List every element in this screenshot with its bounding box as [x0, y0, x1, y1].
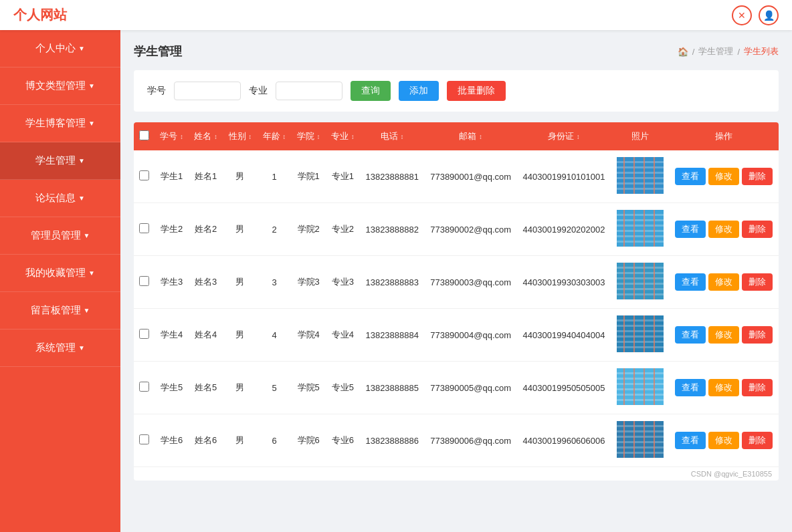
header-dianhua[interactable]: 电话 ↕ — [360, 122, 425, 150]
cell-xingming: 姓名4 — [189, 309, 223, 362]
cell-xingming: 姓名2 — [189, 203, 223, 256]
cell-xueyuan: 学院4 — [292, 309, 326, 362]
cell-shenfenzheng: 44030019960606006 — [517, 414, 611, 467]
sidebar-label: 个人中心 — [35, 42, 76, 55]
edit-button[interactable]: 修改 — [708, 326, 739, 344]
delete-button[interactable]: 删除 — [742, 168, 773, 185]
sidebar-item-personal-center[interactable]: 个人中心 ▼ — [0, 30, 120, 68]
breadcrumb-sep2: / — [737, 47, 740, 57]
view-button[interactable]: 查看 — [675, 326, 706, 344]
chevron-down-icon: ▼ — [88, 269, 95, 277]
cell-xingbie: 男 — [223, 150, 257, 203]
sidebar-label: 系统管理 — [35, 342, 76, 354]
row-checkbox[interactable] — [139, 329, 149, 339]
select-all-checkbox[interactable] — [139, 130, 149, 140]
edit-button[interactable]: 修改 — [708, 432, 739, 449]
row-checkbox[interactable] — [139, 223, 149, 233]
svg-rect-35 — [617, 263, 664, 299]
edit-button[interactable]: 修改 — [708, 379, 739, 396]
header-youxiang[interactable]: 邮箱 ↕ — [424, 122, 516, 150]
student-photo — [617, 210, 664, 247]
header-xingbie[interactable]: 性别 ↕ — [223, 122, 257, 150]
sidebar-item-blog-type[interactable]: 博文类型管理 ▼ — [0, 68, 120, 105]
view-button[interactable]: 查看 — [675, 221, 706, 238]
sidebar-item-student-blog[interactable]: 学生博客管理 ▼ — [0, 105, 120, 142]
view-button[interactable]: 查看 — [675, 432, 706, 449]
chevron-down-icon: ▼ — [88, 82, 95, 90]
sidebar-item-favorites[interactable]: 我的收藏管理 ▼ — [0, 255, 120, 292]
cell-xuehao: 学生3 — [155, 256, 189, 309]
chevron-down-icon: ▼ — [78, 194, 85, 202]
cell-dianhua: 13823888884 — [360, 309, 425, 362]
table-row: 学生4 姓名4 男 4 学院4 专业4 13823888884 77389000… — [134, 309, 779, 362]
header-nianling[interactable]: 年龄 ↕ — [257, 122, 291, 150]
row-checkbox[interactable] — [139, 382, 149, 392]
student-photo — [617, 263, 664, 299]
zhuanye-input[interactable] — [276, 82, 342, 100]
cell-actions: 查看 修改 删除 — [669, 150, 779, 203]
view-button[interactable]: 查看 — [675, 273, 706, 291]
xuehao-input[interactable] — [174, 82, 241, 100]
edit-button[interactable]: 修改 — [708, 273, 739, 291]
header-xuehao[interactable]: 学号 ↕ — [155, 122, 189, 150]
view-button[interactable]: 查看 — [675, 379, 706, 396]
add-button[interactable]: 添加 — [399, 81, 439, 101]
sidebar-item-system[interactable]: 系统管理 ▼ — [0, 329, 120, 367]
breadcrumb-part1: 学生管理 — [698, 45, 733, 57]
view-button[interactable]: 查看 — [675, 168, 706, 185]
zhuanye-label: 专业 — [249, 85, 268, 97]
delete-button[interactable]: 删除 — [742, 326, 773, 344]
user-button[interactable]: 👤 — [759, 5, 779, 25]
search-bar: 学号 专业 查询 添加 批量删除 — [134, 70, 779, 112]
cell-shenfenzheng: 44030019910101001 — [517, 150, 611, 203]
batch-delete-button[interactable]: 批量删除 — [447, 81, 506, 101]
row-checkbox[interactable] — [139, 170, 149, 180]
cell-nianling: 3 — [257, 256, 291, 309]
header-xueyuan[interactable]: 学院 ↕ — [292, 122, 326, 150]
search-button[interactable]: 查询 — [351, 81, 391, 101]
close-button[interactable]: ✕ — [732, 5, 752, 25]
sidebar-label: 学生管理 — [35, 154, 76, 167]
sort-icon: ↕ — [248, 133, 252, 140]
cell-dianhua: 13823888881 — [360, 150, 425, 203]
header-xingming[interactable]: 姓名 ↕ — [189, 122, 223, 150]
student-photo — [617, 157, 664, 194]
cell-xingming: 姓名3 — [189, 256, 223, 309]
user-icon: 👤 — [763, 10, 775, 21]
cell-youxiang: 773890002@qq.com — [424, 203, 516, 256]
cell-xingbie: 男 — [223, 362, 257, 414]
header-zhuanye[interactable]: 专业 ↕ — [326, 122, 360, 150]
sidebar-item-forum[interactable]: 论坛信息 ▼ — [0, 180, 120, 217]
cell-photo — [611, 362, 669, 414]
sidebar-label: 我的收藏管理 — [25, 267, 86, 279]
sort-icon: ↕ — [479, 133, 482, 140]
header-zhaopian: 照片 — [611, 122, 669, 150]
row-checkbox[interactable] — [139, 276, 149, 286]
sidebar-item-student-mgmt[interactable]: 学生管理 ▼ — [0, 142, 120, 180]
delete-button[interactable]: 删除 — [742, 379, 773, 396]
row-checkbox-cell — [134, 309, 155, 362]
action-buttons: 查看 修改 删除 — [674, 379, 773, 396]
sidebar-label: 博文类型管理 — [25, 80, 86, 92]
cell-zhuanye: 专业5 — [326, 362, 360, 414]
delete-button[interactable]: 删除 — [742, 221, 773, 238]
sidebar: 个人中心 ▼ 博文类型管理 ▼ 学生博客管理 ▼ 学生管理 ▼ 论坛信息 ▼ 管… — [0, 30, 120, 532]
sidebar-item-guestbook[interactable]: 留言板管理 ▼ — [0, 292, 120, 329]
topbar: 个人网站 ✕ 👤 — [0, 0, 792, 30]
cell-xuehao: 学生4 — [155, 309, 189, 362]
action-buttons: 查看 修改 删除 — [674, 326, 773, 344]
row-checkbox[interactable] — [139, 434, 149, 444]
delete-button[interactable]: 删除 — [742, 273, 773, 291]
edit-button[interactable]: 修改 — [708, 168, 739, 185]
cell-youxiang: 773890001@qq.com — [424, 150, 516, 203]
header-shenfenzheng[interactable]: 身份证 ↕ — [517, 122, 611, 150]
sort-icon: ↕ — [317, 133, 320, 140]
sidebar-item-admin-mgmt[interactable]: 管理员管理 ▼ — [0, 217, 120, 255]
cell-actions: 查看 修改 删除 — [669, 256, 779, 309]
cell-xueyuan: 学院1 — [292, 150, 326, 203]
edit-button[interactable]: 修改 — [708, 221, 739, 238]
delete-button[interactable]: 删除 — [742, 432, 773, 449]
breadcrumb-part2: 学生列表 — [744, 45, 779, 57]
cell-shenfenzheng: 44030019930303003 — [517, 256, 611, 309]
close-icon: ✕ — [738, 10, 746, 21]
